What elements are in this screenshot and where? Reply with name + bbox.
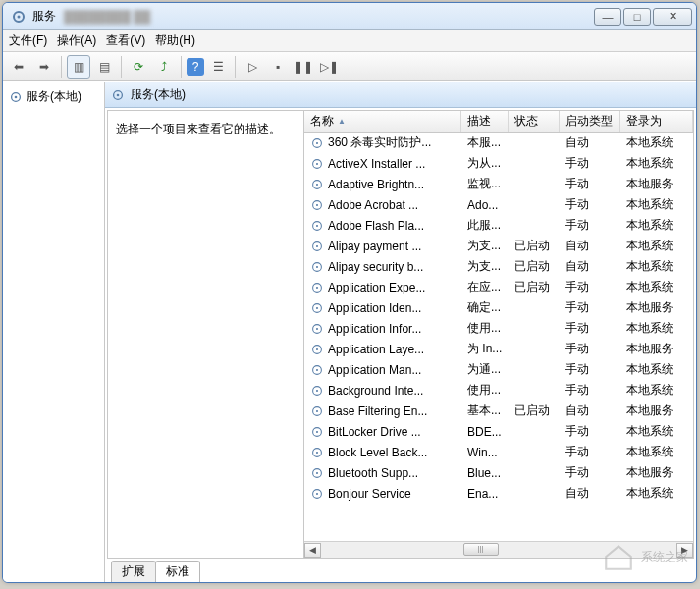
service-logon: 本地系统 [620, 196, 693, 213]
service-startup: 手动 [560, 341, 620, 357]
service-startup: 自动 [560, 238, 620, 254]
col-status[interactable]: 状态 [509, 111, 560, 132]
service-name: Application Infor... [328, 322, 421, 336]
col-name[interactable]: 名称▲ [304, 111, 461, 132]
service-logon: 本地系统 [620, 423, 693, 440]
gear-icon [310, 404, 324, 418]
svg-point-25 [316, 327, 318, 329]
service-desc: 确定... [461, 299, 509, 316]
tab-standard[interactable]: 标准 [155, 561, 200, 582]
service-row[interactable]: Application Man... 为通... 手动 本地系统 [304, 359, 693, 380]
service-row[interactable]: Application Infor... 使用... 手动 本地系统 [304, 318, 693, 339]
titlebar[interactable]: 服务 ████████ ██ — □ ✕ [3, 3, 696, 30]
service-row[interactable]: Base Filtering En... 基本... 已启动 自动 本地服务 [304, 401, 693, 421]
service-startup: 手动 [560, 155, 620, 172]
service-startup: 手动 [560, 320, 620, 337]
properties-button[interactable]: ☰ [206, 55, 230, 79]
refresh-button[interactable]: ⟳ [127, 55, 150, 79]
show-hide-tree-button[interactable]: ▥ [67, 55, 90, 79]
show-hide-pane-button[interactable]: ▤ [92, 55, 116, 79]
minimize-button[interactable]: — [594, 8, 621, 26]
column-headers: 名称▲ 描述 状态 启动类型 登录为 [304, 111, 693, 133]
service-startup: 手动 [560, 176, 620, 192]
export-button[interactable]: ⤴ [152, 55, 176, 79]
service-desc: 本服... [461, 134, 509, 151]
pause-service-button[interactable]: ❚❚ [292, 55, 315, 79]
svg-point-37 [316, 451, 318, 453]
service-row[interactable]: 360 杀毒实时防护... 本服... 自动 本地系统 [304, 133, 693, 153]
gear-icon [310, 363, 324, 377]
tab-extended[interactable]: 扩展 [111, 561, 156, 582]
gear-icon [310, 301, 324, 315]
service-name: ActiveX Installer ... [328, 157, 425, 171]
service-desc: 监视... [461, 176, 509, 192]
back-button[interactable]: ⬅ [7, 55, 30, 79]
service-row[interactable]: ActiveX Installer ... 为从... 手动 本地系统 [304, 153, 693, 174]
service-name: Application Expe... [328, 281, 425, 294]
services-window: 服务 ████████ ██ — □ ✕ 文件(F) 操作(A) 查看(V) 帮… [2, 2, 697, 583]
col-description[interactable]: 描述 [461, 111, 509, 132]
service-desc: Ena... [461, 487, 509, 501]
sort-asc-icon: ▲ [338, 117, 346, 126]
tree-pane: 服务(本地) [3, 82, 105, 582]
col-logon[interactable]: 登录为 [620, 111, 693, 132]
service-row[interactable]: Adaptive Brightn... 监视... 手动 本地服务 [304, 174, 693, 194]
col-startup[interactable]: 启动类型 [560, 111, 620, 132]
service-row[interactable]: Application Laye... 为 In... 手动 本地服务 [304, 339, 693, 359]
close-button[interactable]: ✕ [653, 8, 692, 26]
stop-service-button[interactable]: ▪ [266, 55, 290, 79]
start-service-button[interactable]: ▷ [241, 55, 264, 79]
svg-point-17 [316, 244, 318, 246]
restart-service-button[interactable]: ▷❚ [317, 55, 341, 79]
service-name: Bonjour Service [328, 487, 411, 501]
service-row[interactable]: Adobe Flash Pla... 此服... 手动 本地系统 [304, 215, 693, 236]
horizontal-scrollbar[interactable]: ◀ ▶ [304, 541, 693, 558]
svg-point-39 [316, 471, 318, 473]
svg-point-15 [316, 224, 318, 226]
menu-file[interactable]: 文件(F) [9, 32, 47, 49]
scroll-right-button[interactable]: ▶ [676, 543, 693, 558]
service-row[interactable]: Block Level Back... Win... 手动 本地系统 [304, 442, 693, 462]
service-row[interactable]: Alipay payment ... 为支... 已启动 自动 本地系统 [304, 236, 693, 256]
service-row[interactable]: Bonjour Service Ena... 自动 本地系统 [304, 483, 693, 504]
service-row[interactable]: Application Expe... 在应... 已启动 手动 本地系统 [304, 277, 693, 297]
service-name: Application Man... [328, 363, 421, 377]
maximize-button[interactable]: □ [623, 8, 651, 26]
service-name: Application Laye... [328, 343, 424, 356]
service-row[interactable]: Application Iden... 确定... 手动 本地服务 [304, 297, 693, 318]
menu-view[interactable]: 查看(V) [106, 32, 145, 49]
service-startup: 自动 [560, 134, 620, 151]
service-name: Background Inte... [328, 384, 423, 398]
service-row[interactable]: Adobe Acrobat ... Ado... 手动 本地系统 [304, 194, 693, 215]
service-logon: 本地服务 [620, 464, 693, 481]
service-startup: 手动 [560, 279, 620, 295]
svg-point-29 [316, 368, 318, 370]
service-row[interactable]: BitLocker Drive ... BDE... 手动 本地系统 [304, 421, 693, 442]
tree-root-services[interactable]: 服务(本地) [5, 86, 102, 107]
service-desc: BDE... [461, 425, 509, 439]
service-startup: 自动 [560, 402, 620, 419]
scroll-left-button[interactable]: ◀ [304, 543, 321, 558]
gear-icon [310, 466, 324, 480]
scroll-thumb[interactable] [463, 543, 499, 556]
service-startup: 自动 [560, 485, 620, 502]
menu-help[interactable]: 帮助(H) [155, 32, 195, 49]
service-name: Alipay payment ... [328, 240, 421, 253]
service-row[interactable]: Alipay security b... 为支... 已启动 自动 本地系统 [304, 256, 693, 277]
gear-icon [310, 240, 324, 253]
service-logon: 本地系统 [620, 361, 693, 378]
service-desc: 为支... [461, 238, 509, 254]
gear-icon [310, 487, 324, 501]
separator [121, 56, 122, 78]
forward-button[interactable]: ➡ [32, 55, 56, 79]
svg-point-23 [316, 306, 318, 308]
service-row[interactable]: Background Inte... 使用... 手动 本地系统 [304, 380, 693, 401]
scroll-track[interactable] [321, 543, 676, 558]
service-row[interactable]: Bluetooth Supp... Blue... 手动 本地服务 [304, 462, 693, 483]
gear-icon [310, 157, 324, 171]
help-button[interactable]: ? [187, 58, 204, 76]
tree-root-label: 服务(本地) [27, 88, 81, 105]
svg-point-5 [117, 93, 120, 96]
window-subtitle: ████████ ██ [64, 10, 150, 24]
menu-action[interactable]: 操作(A) [57, 32, 96, 49]
